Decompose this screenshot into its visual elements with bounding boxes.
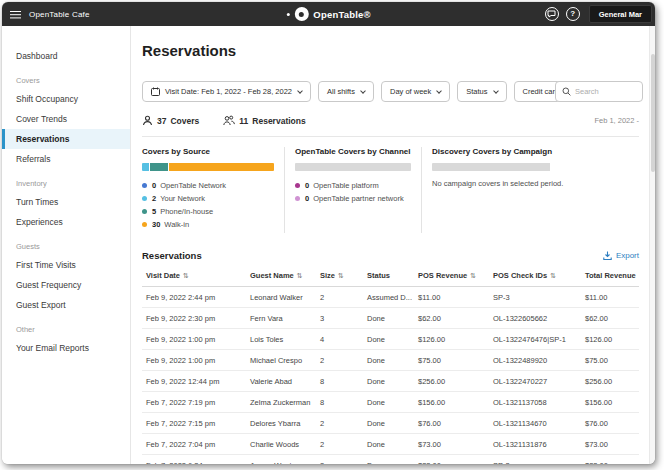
panel-covers-by-source: Covers by Source 0 OpenTable Network bbox=[142, 147, 284, 233]
sidebar-item-label: Your Email Reports bbox=[16, 343, 89, 353]
cell-visit-date: Feb 7, 2022 6:34 pm bbox=[142, 461, 246, 465]
sidebar-item[interactable]: First Time Visits bbox=[2, 255, 130, 275]
column-label: Total Revenue bbox=[585, 271, 636, 280]
chevron-down-icon bbox=[297, 88, 303, 94]
cell-pos-check-ids: OL-1321134670 bbox=[489, 419, 581, 428]
legend-label: Phone/In-house bbox=[160, 207, 213, 216]
covers-person-icon bbox=[142, 115, 153, 126]
legend-label: OpenTable Network bbox=[160, 181, 226, 190]
column-header[interactable]: POS Revenue ⇅ bbox=[414, 271, 489, 280]
sidebar-item[interactable]: Guest Export bbox=[2, 295, 130, 315]
cell-guest-name: Charlie Woods bbox=[246, 440, 316, 449]
filter-label: All shifts bbox=[327, 87, 355, 96]
cell-total-revenue: $256.00 bbox=[581, 377, 639, 386]
cell-guest-name: Lois Toles bbox=[246, 335, 316, 344]
column-header[interactable]: Total Revenue bbox=[581, 271, 639, 280]
cell-guest-name: Delores Ybarra bbox=[246, 419, 316, 428]
column-header[interactable]: POS Check IDs ⇅ bbox=[489, 271, 581, 280]
cell-pos-revenue: $62.00 bbox=[414, 314, 489, 323]
table-row[interactable]: Feb 9, 2022 2:30 pm Fern Vara 3 Done $62… bbox=[142, 308, 639, 329]
filter-button[interactable]: Day of week bbox=[381, 81, 450, 102]
user-menu-button[interactable]: General Mar bbox=[589, 5, 652, 23]
cell-total-revenue: $156.00 bbox=[581, 398, 639, 407]
cell-total-revenue: $33.00 bbox=[581, 461, 639, 465]
hamburger-menu-icon[interactable] bbox=[10, 10, 21, 19]
sidebar-item[interactable]: Turn Times bbox=[2, 192, 130, 212]
channel-bar bbox=[295, 163, 411, 171]
filter-button[interactable]: Status bbox=[457, 81, 506, 102]
column-label: Status bbox=[367, 271, 390, 280]
cell-status: Done bbox=[363, 356, 414, 365]
source-stacked-bar bbox=[142, 163, 274, 171]
sidebar-item[interactable]: Experiences bbox=[2, 212, 130, 232]
chevron-down-icon bbox=[360, 88, 366, 94]
legend-count: 2 bbox=[152, 194, 156, 203]
sort-icon[interactable]: ⇅ bbox=[550, 272, 556, 280]
legend-dot-icon bbox=[142, 183, 147, 188]
sidebar-item[interactable]: Your Email Reports bbox=[2, 338, 130, 358]
cell-status: Done bbox=[363, 398, 414, 407]
cell-status: Done bbox=[363, 314, 414, 323]
sidebar-sections: Dashboard Covers Shift Occupancy bbox=[2, 46, 130, 358]
cell-size: 2 bbox=[316, 461, 363, 465]
sort-icon[interactable]: ⇅ bbox=[470, 272, 476, 280]
cell-total-revenue: $76.00 bbox=[581, 419, 639, 428]
table-row[interactable]: Feb 9, 2022 1:00 pm Lois Toles 4 Done $1… bbox=[142, 329, 639, 350]
table-row[interactable]: Feb 7, 2022 7:15 pm Delores Ybarra 2 Don… bbox=[142, 413, 639, 434]
column-label: POS Check IDs bbox=[493, 271, 547, 280]
column-label: POS Revenue bbox=[418, 271, 467, 280]
export-button[interactable]: Export bbox=[603, 251, 639, 260]
sidebar-item[interactable]: Dashboard bbox=[2, 46, 130, 66]
cell-visit-date: Feb 9, 2022 2:44 pm bbox=[142, 293, 246, 302]
column-label: Visit Date bbox=[146, 271, 180, 280]
column-header[interactable]: Guest Name ⇅ bbox=[246, 271, 316, 280]
table-row[interactable]: Feb 7, 2022 6:34 pm James Wooten 2 Done … bbox=[142, 455, 639, 464]
topbar-right: ? General Mar bbox=[538, 5, 647, 23]
sidebar-item[interactable]: Guest Frequency bbox=[2, 275, 130, 295]
app-window: OpenTable Cafe OpenTable® ? General Mar bbox=[2, 2, 655, 464]
cell-size: 2 bbox=[316, 293, 363, 302]
panel-covers-by-channel: OpenTable Covers by Channel 0 OpenTable … bbox=[284, 147, 421, 233]
column-header[interactable]: Size ⇅ bbox=[316, 271, 363, 280]
table-row[interactable]: Feb 9, 2022 2:44 pm Leonard Walker 2 Ass… bbox=[142, 287, 639, 308]
filter-label: Visit Date: Feb 1, 2022 - Feb 28, 2022 bbox=[165, 87, 292, 96]
table-row[interactable]: Feb 7, 2022 7:19 pm Zelma Zuckerman 8 Do… bbox=[142, 392, 639, 413]
table-header-bar: Reservations Export bbox=[142, 250, 639, 261]
feedback-chat-icon[interactable] bbox=[545, 7, 559, 21]
cell-pos-revenue: $33.00 bbox=[414, 461, 489, 465]
table-row[interactable]: Feb 9, 2022 1:00 pm Michael Crespo 2 Don… bbox=[142, 350, 639, 371]
table-row[interactable]: Feb 7, 2022 7:04 pm Charlie Woods 2 Done… bbox=[142, 434, 639, 455]
sort-icon[interactable]: ⇅ bbox=[338, 272, 344, 280]
filter-button[interactable]: All shifts bbox=[318, 81, 374, 102]
help-icon[interactable]: ? bbox=[566, 7, 580, 21]
panel-discovery-covers-by-campaign: Discovery Covers by Campaign No campaign… bbox=[421, 147, 639, 233]
sidebar-item[interactable]: Referrals bbox=[2, 149, 130, 169]
search-input[interactable] bbox=[575, 87, 636, 96]
sidebar-item[interactable]: Reservations bbox=[2, 129, 130, 149]
sort-icon[interactable]: ⇅ bbox=[297, 272, 303, 280]
panel-title: Discovery Covers by Campaign bbox=[432, 147, 639, 156]
cell-status: Done bbox=[363, 419, 414, 428]
cell-pos-check-ids: OL-1322470227 bbox=[489, 377, 581, 386]
restaurant-name[interactable]: OpenTable Cafe bbox=[29, 10, 90, 19]
covers-count: 37 bbox=[157, 116, 166, 126]
column-header[interactable]: Status bbox=[363, 271, 414, 280]
column-header[interactable]: Visit Date ⇅ bbox=[142, 271, 246, 280]
sidebar-section-header: Covers bbox=[2, 66, 130, 89]
sort-icon[interactable]: ⇅ bbox=[183, 272, 189, 280]
cell-visit-date: Feb 9, 2022 12:44 pm bbox=[142, 377, 246, 386]
filter-bar: Visit Date: Feb 1, 2022 - Feb 28, 2022 A… bbox=[142, 81, 639, 102]
scrollbar-thumb[interactable] bbox=[651, 54, 655, 172]
sidebar-item-label: Referrals bbox=[16, 154, 50, 164]
panel-title: OpenTable Covers by Channel bbox=[295, 147, 411, 156]
calendar-icon bbox=[151, 87, 160, 96]
column-label: Size bbox=[320, 271, 335, 280]
sidebar-item[interactable]: Cover Trends bbox=[2, 109, 130, 129]
scrollbar[interactable] bbox=[649, 26, 655, 464]
sidebar-item[interactable]: Shift Occupancy bbox=[2, 89, 130, 109]
legend-label: Your Network bbox=[160, 194, 205, 203]
filter-label: Day of week bbox=[390, 87, 431, 96]
table-row[interactable]: Feb 9, 2022 12:44 pm Valerie Abad 8 Done… bbox=[142, 371, 639, 392]
filter-button[interactable]: Visit Date: Feb 1, 2022 - Feb 28, 2022 bbox=[142, 81, 311, 102]
legend-dot-icon bbox=[142, 222, 147, 227]
